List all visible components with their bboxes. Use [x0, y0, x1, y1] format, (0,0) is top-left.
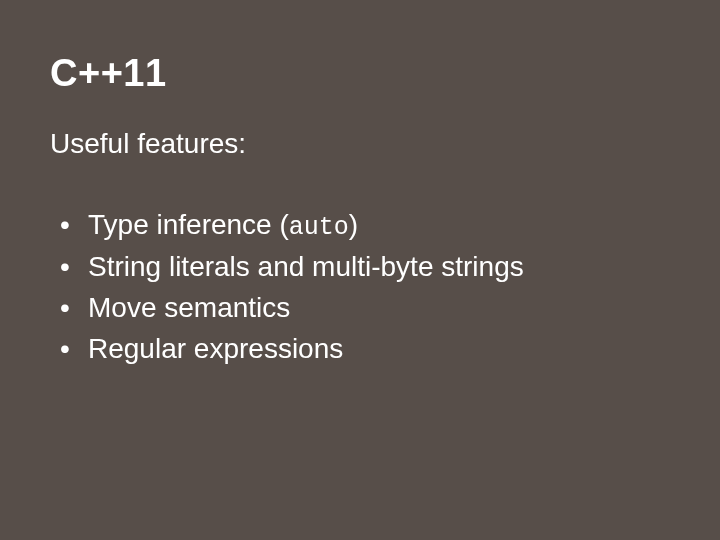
list-item: Regular expressions: [50, 331, 670, 366]
code-keyword: auto: [289, 213, 349, 242]
bullet-text: Regular expressions: [88, 333, 343, 364]
slide: C++11 Useful features: Type inference (a…: [0, 0, 720, 540]
bullet-text: Move semantics: [88, 292, 290, 323]
slide-subtitle: Useful features:: [50, 126, 670, 161]
bullet-text: String literals and multi-byte strings: [88, 251, 524, 282]
bullet-list: Type inference (auto) String literals an…: [50, 207, 670, 366]
bullet-text-prefix: Type inference (: [88, 209, 289, 240]
list-item: Move semantics: [50, 290, 670, 325]
slide-title: C++11: [50, 50, 670, 98]
list-item: Type inference (auto): [50, 207, 670, 243]
list-item: String literals and multi-byte strings: [50, 249, 670, 284]
bullet-text-suffix: ): [349, 209, 358, 240]
